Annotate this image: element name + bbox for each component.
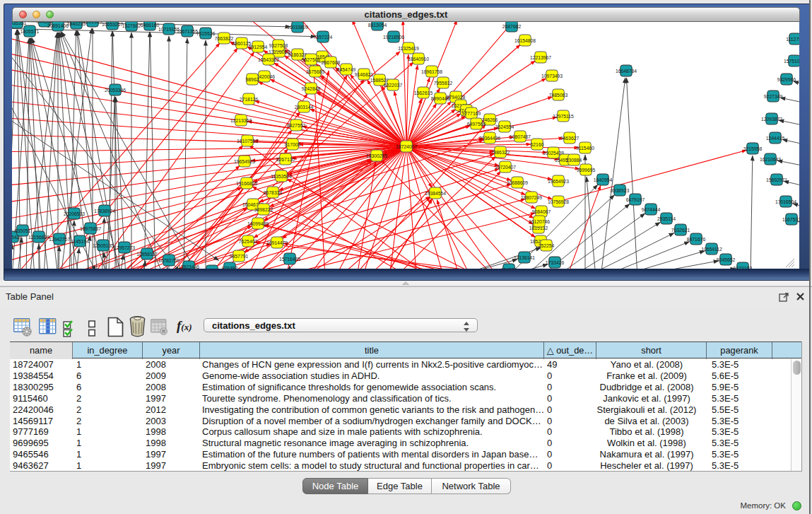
svg-text:6479197: 6479197 (626, 197, 645, 202)
svg-text:6794028: 6794028 (447, 95, 466, 100)
svg-text:8471676: 8471676 (687, 237, 706, 242)
svg-text:19654923: 19654923 (548, 179, 569, 184)
svg-text:654321: 654321 (501, 267, 517, 269)
svg-text:1733426: 1733426 (546, 260, 565, 265)
svg-text:8813054: 8813054 (368, 23, 387, 28)
svg-text:817006: 817006 (285, 142, 301, 147)
svg-text:9084067: 9084067 (532, 209, 551, 214)
svg-text:9777169: 9777169 (462, 111, 481, 116)
svg-text:12823446: 12823446 (178, 264, 199, 269)
svg-text:10688609: 10688609 (507, 180, 528, 185)
svg-text:8035351: 8035351 (12, 22, 26, 25)
svg-text:12156829: 12156829 (28, 235, 49, 240)
svg-text:19218506: 19218506 (383, 35, 404, 40)
svg-text:11353504: 11353504 (271, 174, 292, 179)
svg-text:2935114: 2935114 (657, 216, 676, 221)
svg-text:16914479: 16914479 (266, 240, 288, 245)
svg-text:20364436: 20364436 (479, 136, 500, 141)
svg-text:3215958: 3215958 (743, 146, 763, 151)
svg-text:10958117: 10958117 (136, 252, 158, 257)
svg-text:62160: 62160 (531, 142, 544, 147)
svg-text:7515526: 7515526 (196, 31, 216, 36)
svg-text:8938923: 8938923 (611, 188, 630, 193)
svg-text:18807249: 18807249 (521, 195, 542, 200)
svg-text:1145194: 1145194 (71, 239, 89, 244)
svg-text:9474444: 9474444 (642, 207, 661, 212)
svg-text:12975115: 12975115 (553, 114, 574, 119)
svg-text:2687682: 2687682 (502, 24, 522, 29)
svg-text:10975887: 10975887 (80, 226, 101, 231)
svg-text:12093872: 12093872 (761, 117, 782, 122)
svg-text:17957273: 17957273 (114, 245, 135, 250)
svg-text:15692971: 15692971 (766, 177, 787, 182)
svg-text:19166825: 19166825 (236, 181, 257, 186)
svg-text:10653267: 10653267 (102, 22, 123, 27)
svg-text:14136141: 14136141 (514, 255, 535, 260)
svg-text:10807487: 10807487 (510, 134, 531, 139)
svg-text:16154808: 16154808 (514, 38, 536, 43)
svg-text:1591523: 1591523 (83, 22, 102, 24)
svg-text:8322037: 8322037 (384, 83, 403, 88)
svg-text:18724007: 18724007 (396, 144, 417, 149)
svg-text:1112753: 1112753 (786, 37, 799, 42)
svg-text:7663822: 7663822 (215, 36, 234, 41)
svg-text:8454749: 8454749 (337, 67, 356, 72)
svg-text:12942757: 12942757 (49, 237, 70, 242)
svg-text:876392: 876392 (222, 266, 238, 269)
svg-text:12213967: 12213967 (530, 55, 551, 60)
svg-text:10973493: 10973493 (541, 74, 563, 78)
svg-text:11325419: 11325419 (398, 46, 419, 51)
svg-text:16961758: 16961758 (421, 69, 442, 74)
svg-text:19384554: 19384554 (425, 191, 446, 196)
svg-text:12505135: 12505135 (93, 243, 114, 248)
svg-text:6497568: 6497568 (467, 122, 486, 127)
svg-text:16782759: 16782759 (158, 258, 180, 263)
svg-text:984251: 984251 (204, 269, 220, 269)
svg-text:8427552: 8427552 (287, 123, 306, 128)
svg-text:8912954: 8912954 (249, 45, 268, 49)
svg-text:2803144: 2803144 (295, 105, 314, 110)
svg-text:8678334: 8678334 (264, 190, 283, 195)
svg-text:17016504: 17016504 (775, 199, 796, 204)
svg-text:9699695: 9699695 (577, 168, 596, 173)
svg-text:9527508: 9527508 (302, 57, 321, 62)
svg-text:7955812: 7955812 (434, 81, 453, 86)
svg-text:7625402: 7625402 (239, 239, 258, 244)
svg-text:9227349: 9227349 (764, 94, 783, 99)
svg-text:9245652: 9245652 (717, 257, 736, 262)
svg-text:14099489: 14099489 (247, 221, 269, 226)
svg-text:16543362: 16543362 (258, 57, 279, 62)
svg-text:1167531: 1167531 (782, 217, 799, 222)
svg-text:6466160: 6466160 (141, 23, 160, 28)
svg-text:17838924: 17838924 (94, 209, 115, 214)
svg-text:98962: 98962 (246, 77, 259, 82)
svg-text:7986322: 7986322 (491, 150, 510, 155)
svg-text:9329966: 9329966 (777, 77, 796, 82)
svg-text:1588520: 1588520 (370, 78, 389, 83)
svg-text:9242848: 9242848 (302, 86, 321, 91)
svg-text:16107553: 16107553 (237, 139, 258, 144)
svg-text:16671355: 16671355 (177, 29, 198, 34)
svg-text:9327508: 9327508 (269, 43, 288, 48)
svg-text:230884: 230884 (566, 158, 582, 163)
svg-text:3624554: 3624554 (495, 124, 514, 129)
svg-text:10654112: 10654112 (701, 247, 722, 252)
svg-text:9146821: 9146821 (355, 72, 374, 77)
svg-text:252254: 252254 (539, 243, 555, 248)
svg-text:7357224: 7357224 (314, 35, 333, 40)
svg-text:8186328: 8186328 (288, 52, 307, 57)
svg-text:9457791: 9457791 (230, 254, 249, 259)
svg-text:9115460: 9115460 (576, 146, 594, 151)
svg-text:1405571: 1405571 (20, 29, 40, 34)
svg-text:1362615: 1362615 (414, 90, 433, 95)
svg-text:20053346: 20053346 (105, 88, 126, 93)
svg-text:2867608: 2867608 (322, 60, 341, 65)
svg-text:20206533: 20206533 (64, 211, 85, 216)
svg-text:16210643: 16210643 (760, 157, 781, 162)
svg-text:1640954: 1640954 (594, 177, 613, 182)
svg-text:3498222: 3498222 (254, 207, 273, 212)
svg-text:1527602: 1527602 (122, 23, 141, 28)
svg-text:15751074: 15751074 (784, 59, 799, 64)
svg-text:16120746: 16120746 (529, 219, 550, 224)
svg-text:9472183: 9472183 (734, 266, 753, 269)
